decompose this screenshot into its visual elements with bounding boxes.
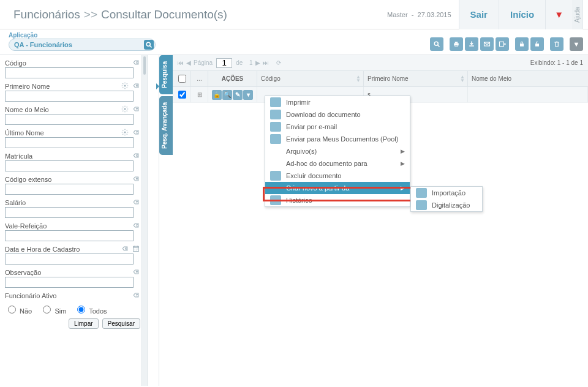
blank-icon [270,183,281,193]
menu-item[interactable]: Criar novo a partir da▶ [265,182,410,194]
refresh-icon[interactable]: ⟳ [276,59,281,66]
row-lock-icon[interactable]: 🔒 [212,90,222,100]
toolbar-send-button[interactable] [496,37,509,51]
scrollbar[interactable] [141,55,148,386]
logout-button[interactable]: Sair [459,0,499,29]
toolbar-more-button[interactable]: ▼ [570,37,583,51]
field-label: Nome do Meio [5,106,118,113]
clear-icon[interactable] [121,245,129,254]
clear-icon[interactable] [132,105,140,114]
clear-icon[interactable] [132,268,140,277]
search-button[interactable]: Pesquisar [102,318,140,329]
gear-icon[interactable] [121,105,129,114]
primeiro-nome-col[interactable]: Primeiro Nome▲▼ [364,71,468,86]
gear-icon[interactable] [121,129,129,137]
dropdown-caret-button[interactable]: ▼ [545,0,572,29]
first-page-icon[interactable]: ⏮ [178,59,184,66]
blank-icon [270,146,281,156]
nome-meio-col[interactable]: Nome do Meio [468,71,588,86]
gear-icon[interactable] [121,82,129,91]
clear-icon[interactable] [132,291,140,300]
codigo-col[interactable]: Código▲▼ [257,71,364,86]
clear-button[interactable]: Limpar [69,318,99,329]
menu-item[interactable]: Enviar para Meus Documentos (Pool) [265,133,410,145]
svg-rect-9 [500,42,504,47]
menu-item[interactable]: Arquivo(s)▶ [265,145,410,157]
svg-point-2 [434,42,438,45]
menu-item[interactable]: Ad-hoc do documento para▶ [265,157,410,170]
field-input[interactable] [5,160,134,171]
blank-icon [270,159,281,168]
toolbar-print-button[interactable] [450,37,463,51]
field-input[interactable] [5,230,134,241]
app-selector[interactable]: QA - Funcionários [9,39,156,51]
expand-icon[interactable]: ⊞ [191,87,208,102]
field-input[interactable] [5,91,134,102]
field-label: Vale-Refeição [5,222,129,230]
field-input[interactable] [5,207,134,218]
record-count: Exibindo: 1 - 1 de 1 [530,59,583,66]
svg-point-12 [124,85,126,87]
toolbar-search-button[interactable] [430,37,443,51]
next-page-icon[interactable]: ▶ [255,59,260,66]
tab-search[interactable]: Pesquisa [159,55,173,94]
pager[interactable]: ⏮ ◀ Página de 1 ▶ ⏭ ⟳ [178,58,281,68]
clear-icon[interactable] [132,59,140,67]
toolbar-delete-button[interactable] [550,37,564,51]
clear-icon[interactable] [132,175,140,184]
toolbar-mail-button[interactable] [480,37,494,51]
home-button[interactable]: Início [499,0,545,29]
row-menu-icon[interactable]: ▾ [243,90,253,100]
svg-point-14 [124,132,126,133]
submenu-item[interactable]: Digitalização [411,199,482,211]
row-edit-icon[interactable]: ✎ [233,90,243,100]
field-input[interactable] [5,254,134,265]
user-date: Master - 27.03.2015 [387,11,451,18]
clear-icon[interactable] [132,152,140,160]
context-submenu: ImportaçãoDigitalização [410,186,483,212]
field-label: Código [5,59,129,67]
toolbar-lock-button[interactable] [515,37,529,51]
menu-item[interactable]: Histórico [265,194,410,206]
active-radio-group[interactable]: Não Sim Todos [5,304,140,315]
svg-rect-10 [520,43,524,47]
submenu-item[interactable]: Importação [411,187,482,199]
context-menu: ImprimirDownload do documentoEnviar por … [265,96,410,207]
field-label: Salário [5,199,129,206]
clear-icon[interactable] [132,222,140,230]
svg-rect-11 [535,43,539,47]
field-input[interactable] [5,67,134,78]
svg-point-13 [124,108,126,110]
help-tab[interactable]: Ajuda [572,0,583,29]
menu-item[interactable]: Imprimir [265,96,410,108]
select-all-checkbox[interactable] [178,75,186,83]
svg-rect-5 [455,42,458,43]
prev-page-icon[interactable]: ◀ [186,59,191,66]
toolbar-download-button[interactable] [465,37,478,51]
field-input[interactable] [5,137,134,148]
imp-icon [416,188,427,198]
clear-icon[interactable] [132,82,140,91]
page-input[interactable] [216,58,232,68]
svg-rect-6 [455,45,458,47]
send-icon [270,134,281,144]
mail-icon [270,122,281,132]
field-label: Data e Hora de Cadastro [5,246,118,253]
field-input[interactable] [5,184,134,195]
clear-icon[interactable] [132,129,140,137]
actions-col: AÇÕES [208,71,257,86]
clear-icon[interactable] [132,198,140,207]
menu-item[interactable]: Excluir documento [265,170,410,182]
field-label: Observação [5,269,129,276]
row-search-icon[interactable]: 🔍 [222,90,232,100]
field-input[interactable] [5,277,134,288]
menu-item[interactable]: Enviar por e-mail [265,121,410,133]
field-input[interactable] [5,114,134,125]
toolbar-unlock-button[interactable] [530,37,544,51]
row-checkbox[interactable] [178,91,186,99]
tab-advanced-search[interactable]: Pesq. Avançada [159,96,173,155]
cal-icon[interactable] [132,245,140,254]
last-page-icon[interactable]: ⏭ [263,59,269,66]
svg-rect-7 [469,45,474,47]
menu-item[interactable]: Download do documento [265,108,410,121]
